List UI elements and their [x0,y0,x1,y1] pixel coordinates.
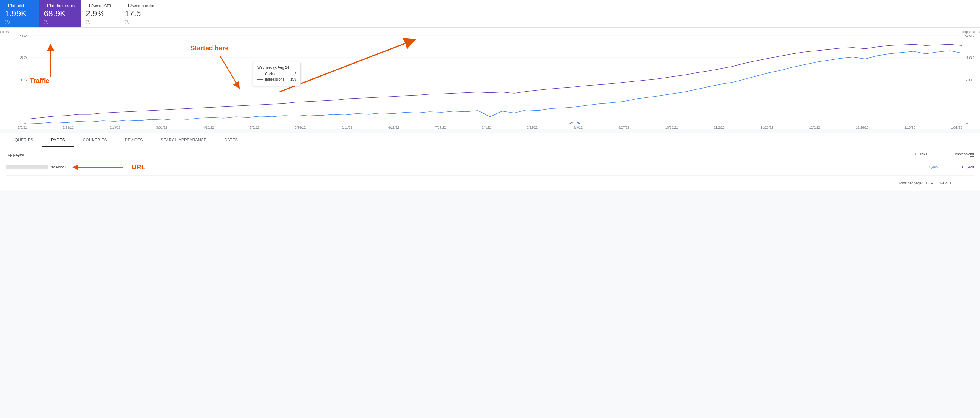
sort-down-icon: ↓ [915,152,916,156]
ctr-value: 2.9% [86,9,114,18]
x-label-19: 1/13/23 [904,126,915,129]
metrics-bar: Total clicks 1.99K ? Total impressions 6… [0,0,980,28]
x-label-17: 12/8/22 [809,126,820,129]
table-footer: Rows per page: 10 25 50 1-1 of 1 ‹ › [6,176,974,191]
position-checkbox[interactable] [125,3,129,8]
pagination-buttons: ‹ › [956,179,974,187]
rows-per-page-label: Rows per page: [897,181,923,185]
tab-countries[interactable]: COUNTRIES [74,133,116,147]
clicks-label: Total clicks [10,4,26,8]
url-arrow-svg [69,163,129,172]
row-values: 1,989 68,929 [915,165,974,169]
x-axis-labels: 2/5/22 2/23/22 3/13/22 3/31/22 4/18/22 5… [6,125,974,129]
metric-average-position[interactable]: Average position 17.5 ? [120,0,161,27]
x-label-11: 8/22/22 [527,126,538,129]
row-clicks: 1,989 [915,165,939,169]
chart-svg-wrapper: 45 30 15 0 600 400 200 0 1 Wednesday, Au… [6,35,974,125]
impressions-dot [257,79,263,80]
ctr-checkbox[interactable] [86,3,89,8]
x-label-1: 2/23/22 [63,126,74,129]
table-columns-right: ↓ Clicks Impressions [915,152,974,156]
svg-text:200: 200 [965,78,974,82]
svg-line-17 [220,56,238,86]
x-label-16: 11/20/22 [760,126,773,129]
metric-average-ctr[interactable]: Average CTR 2.9% ? [81,0,119,27]
chart-container: Clicks Impressions 45 30 15 0 600 400 20… [0,28,980,129]
url-annotation-text: URL [132,163,145,171]
impressions-info-icon[interactable]: ? [44,20,48,24]
started-here-arrow-svg [214,53,250,92]
metric-position-header: Average position [125,3,155,8]
filter-icon[interactable]: ☰ [970,152,974,158]
impressions-checkbox[interactable] [44,3,48,8]
position-info-icon[interactable]: ? [125,20,129,24]
url-container: facebook URL [6,163,915,172]
clicks-value: 1.99K [5,9,33,18]
clicks-line [30,51,962,124]
svg-text:0: 0 [24,123,27,125]
x-label-7: 6/11/22 [342,126,353,129]
chart-tooltip: Wednesday, Aug 24 Clicks 2 Impressions 1… [253,62,301,86]
x-label-0: 2/5/22 [18,126,27,129]
position-label: Average position [130,4,155,8]
tooltip-impressions-label: Impressions [257,77,285,81]
clicks-checkbox[interactable] [5,3,9,8]
tab-pages[interactable]: PAGES [42,133,74,147]
y-axis-right-label: Impressions [963,30,980,33]
chart-svg: 45 30 15 0 600 400 200 0 1 [6,35,974,125]
prev-page-button[interactable]: ‹ [956,179,964,187]
svg-text:600: 600 [965,35,974,38]
x-label-15: 11/2/22 [714,126,725,129]
tooltip-clicks-row: Clicks 2 [257,72,296,76]
svg-text:0: 0 [965,123,969,125]
x-label-14: 10/15/22 [665,126,678,129]
svg-text:1: 1 [573,123,576,125]
tooltip-impressions-row: Impressions 158 [257,77,296,81]
tooltip-clicks-label: Clicks [257,72,275,76]
tabs-bar: QUERIES PAGES COUNTRIES DEVICES SEARCH A… [0,133,980,147]
x-label-4: 4/18/22 [203,126,214,129]
tab-dates[interactable]: DATES [215,133,247,147]
tab-devices[interactable]: DEVICES [116,133,152,147]
impressions-value: 68.9K [44,9,75,18]
rows-per-page-select[interactable]: 10 25 50 [924,181,934,186]
table-header-row: Top pages ↓ Clicks Impressions [6,147,974,159]
x-label-20: 1/31/23 [951,126,962,129]
position-value: 17.5 [125,9,155,18]
url-text[interactable]: facebook [51,165,66,169]
pagination-info: 1-1 of 1 [939,181,951,185]
row-impressions: 68,929 [950,165,974,169]
metric-impressions-header: Total impressions [44,3,75,8]
svg-text:30: 30 [20,56,27,60]
impressions-line [30,44,962,119]
started-here-text: Started here [190,44,229,52]
traffic-arrow-svg [41,44,59,80]
url-redacted-bar [6,165,48,169]
tooltip-clicks-val: 2 [294,72,296,76]
x-label-3: 3/31/22 [156,126,167,129]
clicks-info-icon[interactable]: ? [5,20,10,24]
x-label-2: 3/13/22 [110,126,121,129]
metric-ctr-header: Average CTR [86,3,114,8]
ctr-info-icon[interactable]: ? [86,20,91,24]
x-label-13: 9/27/22 [619,126,630,129]
rows-per-page-container: Rows per page: 10 25 50 [897,181,934,186]
x-label-18: 12/26/22 [856,126,869,129]
metric-total-impressions[interactable]: Total impressions 68.9K ? [39,0,81,27]
x-label-12: 9/9/22 [574,126,583,129]
tab-search-appearance[interactable]: SEARCH APPEARANCE [152,133,215,147]
x-label-8: 6/29/22 [388,126,399,129]
tooltip-date: Wednesday, Aug 24 [257,65,296,70]
clicks-dot [257,74,263,74]
x-label-6: 5/24/22 [295,126,306,129]
svg-text:45: 45 [20,35,27,38]
metric-total-clicks[interactable]: Total clicks 1.99K ? [0,0,39,27]
ctr-label: Average CTR [91,4,111,8]
metric-clicks-header: Total clicks [5,3,33,8]
col-header-clicks[interactable]: ↓ Clicks [915,152,939,156]
tab-queries[interactable]: QUERIES [6,133,42,147]
x-label-9: 7/17/22 [435,126,446,129]
next-page-button[interactable]: › [966,179,974,187]
table-title: Top pages [6,152,24,157]
table-section: ☰ Top pages ↓ Clicks Impressions faceboo… [0,147,980,191]
